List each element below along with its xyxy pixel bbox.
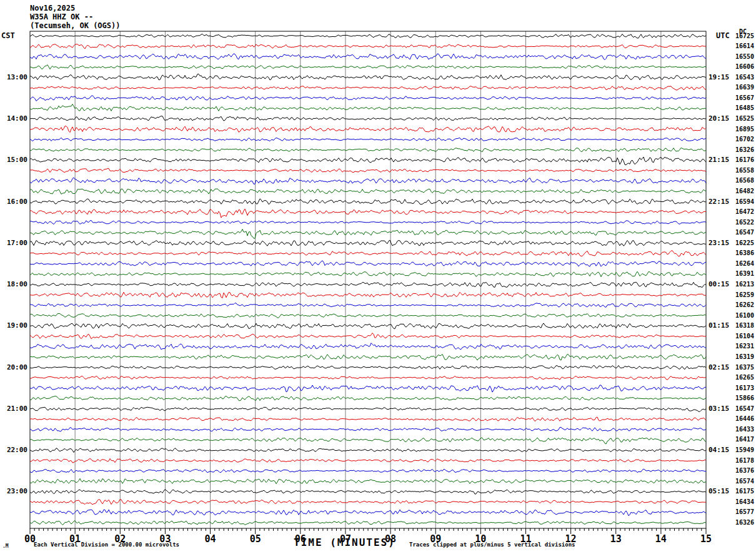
- x-tick-label: 04: [205, 533, 216, 545]
- seismo-trace-row-28: [30, 323, 706, 329]
- helicorder-page: Nov16,2025 W35A HHZ OK -- (Tecumseh, OK …: [0, 0, 756, 554]
- seismo-trace-row-46: [30, 510, 706, 516]
- seismo-trace-row-47: [30, 521, 706, 525]
- seismo-trace-row-38: [30, 427, 706, 431]
- seismo-trace-row-18: [30, 220, 706, 224]
- seismo-trace-row-16: [30, 199, 706, 204]
- seismo-trace-row-23: [30, 271, 706, 276]
- seismo-trace-row-19: [30, 229, 706, 239]
- seismo-trace-row-4: [30, 74, 706, 80]
- seismo-trace-row-44: [30, 490, 706, 495]
- seismo-trace-row-2: [30, 54, 706, 60]
- seismo-trace-row-29: [30, 333, 706, 339]
- seismo-trace-row-3: [30, 65, 706, 69]
- x-axis-label: TIME (MINUTES): [294, 536, 395, 548]
- scale-note: Each Vertical Division = 2000.00 microvo…: [34, 541, 179, 548]
- seismo-trace-row-1: [30, 44, 706, 49]
- seismo-trace-row-42: [30, 469, 706, 473]
- seismo-trace-row-6: [30, 96, 706, 101]
- seismo-trace-row-17: [30, 209, 706, 218]
- plot-border: [30, 31, 706, 528]
- seismo-trace-row-40: [30, 448, 706, 453]
- seismo-trace-row-20: [30, 240, 706, 246]
- seismo-trace-row-0: [30, 34, 706, 38]
- seismo-trace-row-5: [30, 86, 706, 90]
- seismo-trace-row-45: [30, 500, 706, 505]
- seismo-trace-row-31: [30, 355, 706, 361]
- seismo-trace-row-25: [30, 292, 706, 298]
- seismo-trace-row-39: [30, 438, 706, 444]
- seismo-trace-row-14: [30, 178, 706, 184]
- seismo-trace-row-36: [30, 407, 706, 411]
- seismo-trace-row-9: [30, 126, 706, 133]
- corner-mark: .M: [2, 543, 9, 549]
- seismo-trace-row-27: [30, 314, 706, 318]
- seismo-trace-row-8: [30, 116, 706, 121]
- seismo-trace-row-33: [30, 376, 706, 380]
- seismo-trace-row-10: [30, 138, 706, 141]
- x-tick-label: 05: [250, 533, 261, 545]
- seismo-trace-row-37: [30, 417, 706, 421]
- seismo-trace-row-41: [30, 458, 706, 463]
- x-tick-label: 15: [700, 533, 712, 545]
- seismo-trace-row-30: [30, 343, 706, 350]
- seismo-trace-row-7: [30, 104, 706, 111]
- seismo-trace-row-35: [30, 396, 706, 401]
- seismo-trace-row-34: [30, 385, 706, 392]
- seismo-trace-row-26: [30, 303, 706, 308]
- seismo-trace-row-32: [30, 365, 706, 369]
- seismo-trace-row-12: [30, 157, 706, 165]
- seismo-trace-row-21: [30, 251, 706, 256]
- seismo-trace-row-11: [30, 148, 706, 152]
- x-tick-label: 14: [655, 533, 667, 545]
- seismo-trace-row-13: [30, 168, 706, 172]
- seismo-trace-row-15: [30, 189, 706, 194]
- seismogram-plot: 00010203040506070809101112131415: [0, 0, 756, 554]
- seismo-trace-row-24: [30, 282, 706, 287]
- seismo-trace-row-43: [30, 478, 706, 483]
- x-tick-label: 13: [610, 533, 622, 545]
- clip-note: Traces clipped at plus/minus 5 vertical …: [409, 541, 575, 548]
- seismo-trace-row-22: [30, 261, 706, 266]
